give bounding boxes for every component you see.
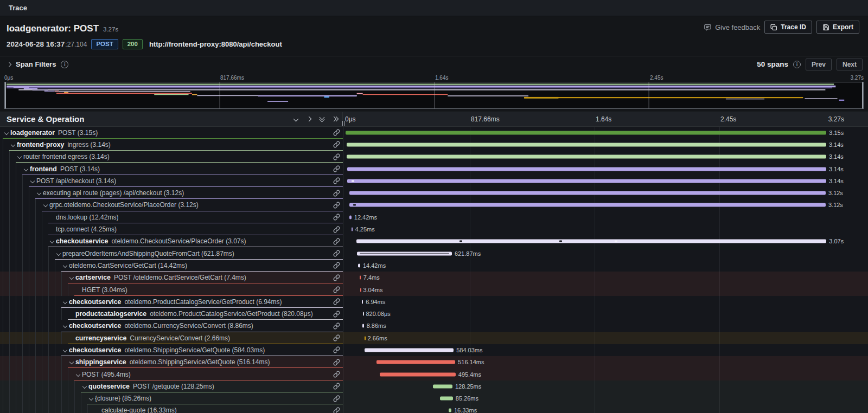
collapse-span-toggle chevron-down-icon[interactable]: [3, 131, 10, 134]
next-button[interactable]: Next: [837, 59, 863, 70]
span-row[interactable]: grpc.oteldemo.CheckoutService/PlaceOrder…: [0, 199, 868, 211]
span-duration-bar[interactable]: [346, 131, 826, 134]
minimap-right-handle[interactable]: [862, 82, 863, 108]
span-link-icon link-icon[interactable]: [330, 395, 343, 402]
span-row[interactable]: {closure} (85.26ms)85.26ms: [0, 392, 868, 404]
collapse-span-toggle chevron-down-icon[interactable]: [29, 179, 36, 183]
span-row[interactable]: quoteservicePOST /getquote (128.25ms)128…: [0, 380, 868, 392]
collapse-all-button double-chevron-down-icon[interactable]: [316, 114, 327, 125]
give-feedback-link[interactable]: Give feedback: [704, 23, 760, 31]
span-link-icon link-icon[interactable]: [330, 214, 343, 221]
collapse-span-toggle chevron-down-icon[interactable]: [61, 300, 69, 304]
span-link-icon link-icon[interactable]: [330, 346, 343, 353]
collapse-span-toggle chevron-down-icon[interactable]: [68, 360, 75, 364]
span-duration-bar[interactable]: [365, 348, 454, 352]
span-duration-bar[interactable]: [449, 409, 451, 412]
span-link-icon link-icon[interactable]: [330, 298, 343, 305]
collapse-span-toggle chevron-down-icon[interactable]: [55, 252, 62, 255]
span-duration-bar[interactable]: [376, 360, 455, 364]
minimap-canvas[interactable]: [4, 82, 864, 109]
span-row[interactable]: cartservicePOST /oteldemo.CartService/Ge…: [0, 272, 868, 283]
span-duration-bar[interactable]: [357, 251, 452, 255]
span-duration-bar[interactable]: [362, 300, 363, 304]
prev-button[interactable]: Prev: [806, 59, 832, 70]
span-link-icon link-icon[interactable]: [330, 274, 343, 281]
collapse-span-toggle chevron-down-icon[interactable]: [48, 240, 56, 243]
info-circle-icon[interactable]: [61, 61, 68, 68]
info-circle-icon[interactable]: [793, 61, 801, 68]
span-row[interactable]: shippingserviceoteldemo.ShippingService/…: [0, 356, 868, 368]
span-row[interactable]: checkoutserviceoteldemo.CurrencyService/…: [0, 320, 868, 332]
expand-one-button chevron-right-icon[interactable]: [303, 114, 314, 125]
span-row[interactable]: tcp.connect (4.25ms)4.25ms: [0, 223, 868, 235]
span-link-icon link-icon[interactable]: [330, 190, 343, 197]
span-link-icon link-icon[interactable]: [330, 153, 343, 160]
span-link-icon link-icon[interactable]: [330, 383, 343, 390]
collapse-one-button chevron-down-icon[interactable]: [290, 114, 301, 125]
span-row[interactable]: prepareOrderItemsAndShippingQuoteFromCar…: [0, 247, 868, 259]
span-duration-bar[interactable]: [356, 240, 826, 243]
collapse-span-toggle chevron-down-icon[interactable]: [61, 324, 69, 327]
span-link-icon link-icon[interactable]: [330, 407, 343, 413]
collapse-span-toggle chevron-down-icon[interactable]: [87, 397, 95, 400]
span-row[interactable]: checkoutserviceoteldemo.ProductCatalogSe…: [0, 296, 868, 308]
span-row[interactable]: frontend-proxyingress (3.14s)3.14s: [0, 139, 868, 151]
span-row[interactable]: POST /api/checkout (3.14s)3.14s: [0, 175, 868, 187]
export-button[interactable]: Export: [816, 21, 859, 34]
span-link-icon link-icon[interactable]: [330, 322, 343, 330]
span-link-icon link-icon[interactable]: [330, 262, 343, 269]
trace-id-button[interactable]: Trace ID: [764, 21, 812, 34]
span-row[interactable]: currencyserviceCurrencyService/Convert (…: [0, 332, 868, 344]
span-link-icon link-icon[interactable]: [330, 129, 343, 136]
span-duration-bar[interactable]: [380, 372, 455, 376]
span-duration-bar[interactable]: [352, 228, 353, 231]
span-duration-bar[interactable]: [360, 276, 361, 280]
collapse-span-toggle chevron-down-icon[interactable]: [22, 167, 30, 171]
span-duration-bar[interactable]: [362, 324, 363, 328]
span-row[interactable]: POST (495.4ms)495.4ms: [0, 368, 868, 380]
collapse-span-toggle chevron-down-icon[interactable]: [42, 203, 49, 206]
span-duration-bar[interactable]: [347, 155, 826, 159]
span-duration-bar[interactable]: [349, 215, 351, 219]
span-link-icon link-icon[interactable]: [330, 334, 343, 341]
expand-all-button double-chevron-right-icon[interactable]: [329, 114, 340, 125]
span-duration-bar[interactable]: [347, 167, 826, 171]
collapse-span-toggle chevron-down-icon[interactable]: [74, 373, 82, 376]
span-link-icon link-icon[interactable]: [330, 238, 343, 245]
span-duration-bar[interactable]: [433, 384, 452, 388]
collapse-span-toggle chevron-down-icon[interactable]: [35, 191, 43, 195]
collapse-span-toggle chevron-down-icon[interactable]: [61, 264, 69, 267]
span-row[interactable]: checkoutserviceoteldemo.CheckoutService/…: [0, 235, 868, 247]
collapse-span-toggle chevron-down-icon[interactable]: [61, 349, 69, 352]
span-row[interactable]: dns.lookup (12.42ms)12.42ms: [0, 211, 868, 223]
span-link-icon link-icon[interactable]: [330, 359, 343, 366]
span-row[interactable]: loadgeneratorPOST (3.15s)3.15s: [0, 127, 868, 139]
span-row[interactable]: executing api route (pages) /api/checkou…: [0, 187, 868, 199]
span-duration-bar[interactable]: [360, 288, 361, 292]
span-row[interactable]: frontendPOST (3.14s)3.14s: [0, 163, 868, 175]
collapse-span-toggle chevron-down-icon[interactable]: [9, 143, 17, 146]
span-link-icon link-icon[interactable]: [330, 371, 343, 378]
span-row[interactable]: checkoutserviceoteldemo.ShippingService/…: [0, 344, 868, 356]
span-link-icon link-icon[interactable]: [330, 141, 343, 148]
collapse-span-toggle chevron-down-icon[interactable]: [68, 276, 75, 279]
collapse-span-toggle chevron-down-icon[interactable]: [16, 155, 23, 158]
panel-resize-grip[interactable]: [342, 121, 345, 126]
span-duration-bar[interactable]: [358, 263, 360, 267]
span-row[interactable]: router frontend egress (3.14s)3.14s: [0, 151, 868, 163]
span-row[interactable]: productcatalogserviceoteldemo.ProductCat…: [0, 308, 868, 320]
span-row[interactable]: HGET (3.04ms)3.04ms: [0, 283, 868, 295]
span-link-icon link-icon[interactable]: [330, 311, 343, 318]
span-link-icon link-icon[interactable]: [330, 177, 343, 184]
collapse-span-toggle chevron-down-icon[interactable]: [81, 385, 88, 388]
span-row[interactable]: calculate-quote (16.33ms)16.33ms: [0, 404, 868, 413]
span-duration-bar[interactable]: [440, 397, 453, 401]
span-duration-bar[interactable]: [349, 203, 826, 207]
minimap-left-handle[interactable]: [5, 82, 6, 108]
span-filters-toggle[interactable]: Span Filters: [8, 60, 68, 68]
span-duration-bar[interactable]: [347, 179, 826, 183]
span-duration-bar[interactable]: [349, 191, 826, 195]
span-link-icon link-icon[interactable]: [330, 226, 343, 233]
span-link-icon link-icon[interactable]: [330, 286, 343, 293]
span-duration-bar[interactable]: [347, 143, 826, 146]
